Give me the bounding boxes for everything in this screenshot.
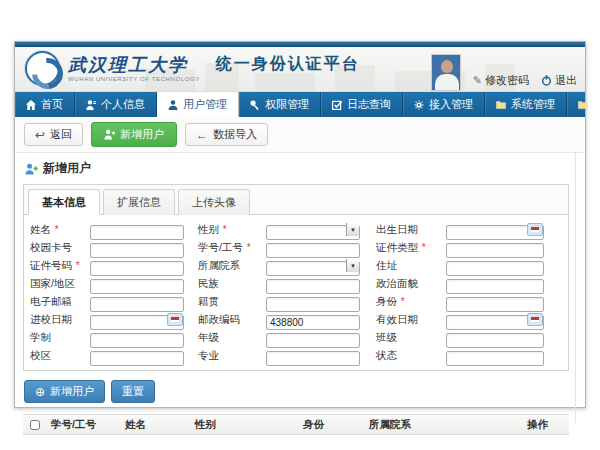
field-identity-input[interactable] xyxy=(446,297,544,312)
field-id-type: 证件类型 * xyxy=(376,239,562,256)
tab-2[interactable]: 上传头像 xyxy=(178,189,250,215)
required-asterisk: * xyxy=(419,242,426,253)
field-postal-code-input[interactable] xyxy=(266,315,360,330)
users-icon xyxy=(168,100,178,110)
required-asterisk: * xyxy=(52,224,59,235)
field-student-id-input[interactable] xyxy=(266,243,360,258)
field-id-number: 证件号码 * xyxy=(30,257,198,274)
users-table: 学号/工号姓名性别身份所属院系操作 xyxy=(23,414,569,443)
data-import-button[interactable]: ← 数据导入 xyxy=(185,123,268,146)
table-header-4: 所属院系 xyxy=(365,418,523,432)
new-user-section-icon xyxy=(25,163,38,175)
field-student-id-label: 学号/工号 * xyxy=(198,241,266,255)
reset-button-label: 重置 xyxy=(122,385,144,398)
nav-item-3[interactable]: 权限管理 xyxy=(239,92,321,117)
required-asterisk: * xyxy=(244,242,251,253)
app-window: 武汉理工大学 WUHAN UNIVERSITY OF TECHNOLOGY 统一… xyxy=(14,41,586,408)
field-major-input[interactable] xyxy=(266,351,360,366)
field-postal-code-label: 邮政编码 xyxy=(198,313,266,327)
field-department-label: 所属院系 xyxy=(198,259,266,273)
home-icon xyxy=(26,100,36,110)
nav-item-7[interactable]: 订阅管理 xyxy=(567,92,600,117)
key-icon xyxy=(250,100,260,110)
field-status-input[interactable] xyxy=(446,351,544,366)
select-all-checkbox[interactable] xyxy=(30,420,40,430)
field-country-region-input[interactable] xyxy=(90,279,184,294)
field-class-input[interactable] xyxy=(446,333,544,348)
field-department: 所属院系▼ xyxy=(198,257,376,274)
field-class: 班级 xyxy=(376,329,562,346)
pencil-icon: ✎ xyxy=(473,74,482,87)
nav-item-1[interactable]: 个人信息 xyxy=(75,92,157,117)
field-study-length: 学制 xyxy=(30,329,198,346)
field-grade-input[interactable] xyxy=(266,333,360,348)
back-button[interactable]: ↩ 返回 xyxy=(24,123,83,146)
field-address: 住址 xyxy=(376,257,562,274)
field-grade-label: 年级 xyxy=(198,331,266,345)
university-name-en: WUHAN UNIVERSITY OF TECHNOLOGY xyxy=(68,76,200,82)
logout-link[interactable]: 退出 xyxy=(541,73,577,88)
nav-item-2[interactable]: 用户管理 xyxy=(157,92,239,117)
field-name-input[interactable] xyxy=(90,225,184,240)
calendar-icon[interactable] xyxy=(527,223,543,236)
field-id-number-input[interactable] xyxy=(90,261,184,276)
field-major: 专业 xyxy=(198,347,376,364)
field-political-status-input[interactable] xyxy=(446,279,544,294)
dropdown-arrow-icon[interactable]: ▼ xyxy=(346,259,359,272)
nav-item-label: 系统管理 xyxy=(511,97,555,112)
field-campus-input[interactable] xyxy=(90,351,184,366)
field-ethnicity-input[interactable] xyxy=(266,279,360,294)
required-asterisk: * xyxy=(220,224,227,235)
section-header: 新增用户 xyxy=(15,153,585,182)
toolbar: ↩ 返回 新增用户 ← 数据导入 xyxy=(15,117,585,153)
field-id-type-label: 证件类型 * xyxy=(376,241,446,255)
calendar-icon[interactable] xyxy=(527,313,543,326)
field-native-place-input[interactable] xyxy=(266,297,360,312)
field-address-input[interactable] xyxy=(446,261,544,276)
nav-item-label: 订阅管理 xyxy=(593,97,600,112)
field-native-place: 籍贯 xyxy=(198,293,376,310)
field-country-region-label: 国家/地区 xyxy=(30,277,90,291)
field-study-length-input[interactable] xyxy=(90,333,184,348)
tab-1[interactable]: 扩展信息 xyxy=(103,189,175,215)
change-password-link[interactable]: ✎ 修改密码 xyxy=(473,73,529,88)
change-password-label: 修改密码 xyxy=(485,73,529,88)
submit-add-user-button[interactable]: ⊕ 新增用户 xyxy=(24,380,105,403)
brand-area: 武汉理工大学 WUHAN UNIVERSITY OF TECHNOLOGY 统一… xyxy=(25,51,360,86)
field-id-type-input[interactable] xyxy=(446,243,544,258)
add-user-toolbar-button[interactable]: 新增用户 xyxy=(91,122,177,147)
nav-item-label: 个人信息 xyxy=(101,97,145,112)
field-campus-card: 校园卡号 xyxy=(30,239,198,256)
field-campus-card-label: 校园卡号 xyxy=(30,241,90,255)
field-student-id: 学号/工号 * xyxy=(198,239,376,256)
gear-icon xyxy=(414,100,424,110)
calendar-icon[interactable] xyxy=(167,313,183,326)
header-user-area: ✎ 修改密码 退出 xyxy=(431,54,577,91)
users-table-empty-body xyxy=(23,435,569,443)
nav-item-5[interactable]: 接入管理 xyxy=(403,92,485,117)
field-email-input[interactable] xyxy=(90,297,184,312)
dropdown-arrow-icon[interactable]: ▼ xyxy=(346,223,359,236)
required-asterisk: * xyxy=(398,296,405,307)
import-arrow-icon: ← xyxy=(196,130,208,140)
field-country-region: 国家/地区 xyxy=(30,275,198,292)
nav-item-6[interactable]: 系统管理 xyxy=(485,92,567,117)
app-header: 武汉理工大学 WUHAN UNIVERSITY OF TECHNOLOGY 统一… xyxy=(15,47,585,92)
field-id-number-label: 证件号码 * xyxy=(30,259,90,273)
tab-0[interactable]: 基本信息 xyxy=(28,189,100,215)
field-gender: 性别 *▼ xyxy=(198,221,376,238)
field-identity: 身份 * xyxy=(376,293,562,310)
nav-item-0[interactable]: 首页 xyxy=(15,92,75,117)
back-button-label: 返回 xyxy=(50,128,72,141)
field-postal-code: 邮政编码 xyxy=(198,311,376,328)
power-icon xyxy=(541,75,552,86)
reset-button[interactable]: 重置 xyxy=(111,380,155,403)
section-title: 新增用户 xyxy=(43,160,91,177)
university-name: 武汉理工大学 xyxy=(68,55,200,75)
field-campus-card-input[interactable] xyxy=(90,243,184,258)
user-avatar[interactable] xyxy=(431,54,461,91)
nav-item-4[interactable]: 日志查询 xyxy=(321,92,403,117)
field-status-label: 状态 xyxy=(376,349,446,363)
data-import-label: 数据导入 xyxy=(213,128,257,141)
table-header-5: 操作 xyxy=(523,418,569,432)
